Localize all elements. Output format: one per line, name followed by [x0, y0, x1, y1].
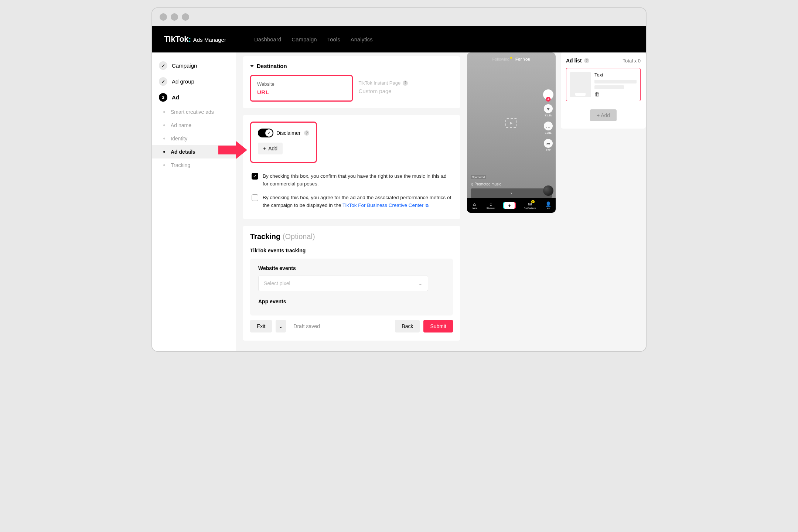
chevron-down-icon: ⌄ — [279, 323, 283, 329]
pixel-select-placeholder: Select pixel — [264, 280, 290, 286]
phone-nav-discover[interactable]: ⌕Discover — [487, 202, 495, 209]
ad-list-item[interactable]: Text 🗑 — [566, 68, 641, 101]
exit-button[interactable]: Exit — [250, 320, 272, 332]
brand-logo: TikTok: — [164, 34, 191, 44]
help-icon[interactable]: ? — [584, 58, 589, 63]
phone-nav-create[interactable]: + — [504, 202, 515, 209]
nav-dashboard[interactable]: Dashboard — [254, 36, 281, 42]
nav-campaign[interactable]: Campaign — [291, 36, 317, 42]
content: ✓ Campaign ✓ Ad group 3 Ad Smart creativ… — [152, 52, 646, 351]
destination-instant-value: Custom page — [359, 88, 447, 94]
disclaimer-toggle-row: ✓ Disclaimer ? — [258, 129, 309, 137]
sidebar-adgroup[interactable]: ✓ Ad group — [152, 74, 236, 89]
right-panel: Following For You ▶ ♥ 71.1k … 1281 — [467, 52, 646, 351]
brand-product: Ads Manager — [193, 37, 226, 43]
sidebar-sub-tracking[interactable]: Tracking — [152, 158, 236, 172]
check-icon: ✓ — [159, 77, 167, 86]
nav-tools[interactable]: Tools — [327, 36, 340, 42]
phone-avatar[interactable] — [543, 89, 553, 100]
ad-meta: Text 🗑 — [594, 72, 637, 97]
phone-top-tabs: Following For You — [467, 57, 556, 61]
pixel-select[interactable]: Select pixel ⌄ — [258, 276, 428, 291]
ad-list-total: Total x 0 — [623, 58, 641, 64]
promoted-music: ♫ Promoted music — [471, 182, 552, 186]
destination-instant-page[interactable]: TikTok Instant Page ? Custom page — [353, 75, 453, 102]
app-window: TikTok: Ads Manager Dashboard Campaign T… — [151, 7, 647, 352]
add-ad-button[interactable]: + Add — [590, 109, 617, 121]
traffic-zoom[interactable] — [182, 13, 189, 21]
website-events-label: Website events — [258, 265, 445, 271]
creative-center-check-row: By checking this box, you agree for the … — [250, 191, 453, 212]
toggle-knob-icon: ✓ — [265, 129, 273, 137]
brand: TikTok: Ads Manager — [164, 34, 226, 44]
submit-button[interactable]: Submit — [423, 320, 453, 332]
ad-list-panel: Ad list ? Total x 0 Text 🗑 + Add — [561, 52, 646, 129]
tracking-inner: Website events Select pixel ⌄ App events — [250, 259, 453, 316]
phone-comment[interactable]: … 1281 — [544, 122, 553, 134]
destination-header[interactable]: Destination — [250, 63, 453, 69]
phone-bottom-nav: ⌂Home ⌕Discover + ✉Notifications 👤Me — [467, 198, 556, 213]
phone-nav-home[interactable]: ⌂Home — [471, 202, 477, 209]
creative-center-link[interactable]: TikTok For Business Creative Center ⧉ — [342, 202, 429, 208]
sidebar-sub-smart[interactable]: Smart creative ads — [152, 105, 236, 119]
tracking-card: Tracking (Optional) TikTok events tracki… — [243, 226, 460, 341]
destination-website-label: Website — [257, 81, 346, 87]
disclaimer-add-button[interactable]: + Add — [258, 143, 283, 154]
main-column: Destination Website URL TikTok Instant P… — [236, 52, 467, 351]
ad-list-header: Ad list ? Total x 0 — [566, 58, 641, 64]
step-number-badge: 3 — [159, 93, 167, 102]
music-rights-text: By checking this box, you confirm that y… — [263, 173, 451, 188]
disclaimer-callout: ✓ Disclaimer ? + Add — [250, 122, 317, 163]
check-icon: ✓ — [159, 61, 167, 70]
phone-share-count: 232 — [546, 149, 550, 152]
phone-nav-inbox[interactable]: ✉Notifications — [524, 202, 536, 209]
phone-like-count: 71.1k — [545, 114, 552, 117]
help-icon[interactable]: ? — [403, 81, 408, 86]
destination-website[interactable]: Website URL — [250, 75, 353, 102]
phone-tab-following[interactable]: Following — [492, 57, 509, 61]
traffic-minimize[interactable] — [171, 13, 178, 21]
placeholder-bar — [594, 85, 624, 89]
ad-list-title: Ad list — [566, 58, 582, 64]
phone-like[interactable]: ♥ 71.1k — [544, 104, 553, 117]
home-icon: ⌂ — [473, 202, 476, 207]
music-rights-check-row: ✓ By checking this box, you confirm that… — [250, 170, 453, 191]
callout-arrow-icon — [218, 141, 247, 160]
destination-instant-label: TikTok Instant Page — [359, 80, 401, 86]
profile-icon: 👤 — [545, 202, 551, 207]
disclaimer-toggle[interactable]: ✓ — [258, 129, 273, 137]
play-placeholder-icon: ▶ — [505, 118, 517, 128]
sidebar-campaign-label: Campaign — [172, 62, 197, 69]
help-icon[interactable]: ? — [304, 130, 309, 136]
phone-nav-me[interactable]: 👤Me — [545, 202, 551, 209]
creative-center-text: By checking this box, you agree for the … — [263, 194, 451, 209]
destination-title: Destination — [257, 63, 287, 69]
sponsored-tag: Sponsored — [471, 175, 486, 179]
sidebar-sub-adname[interactable]: Ad name — [152, 119, 236, 132]
sidebar-campaign[interactable]: ✓ Campaign — [152, 58, 236, 74]
chevron-down-icon: ⌄ — [418, 280, 423, 286]
phone-tab-foryou[interactable]: For You — [515, 57, 531, 61]
sidebar-ad[interactable]: 3 Ad — [152, 89, 236, 105]
nav-analytics[interactable]: Analytics — [351, 36, 373, 42]
trash-icon: 🗑 — [594, 91, 600, 97]
phone-cta-bar[interactable]: › — [471, 188, 552, 198]
caret-down-icon — [250, 65, 254, 67]
destination-website-value: URL — [257, 89, 346, 95]
music-rights-checkbox[interactable]: ✓ — [252, 173, 258, 180]
back-button[interactable]: Back — [395, 320, 420, 332]
destination-options: Website URL TikTok Instant Page ? Custom… — [250, 75, 453, 102]
top-nav: TikTok: Ads Manager Dashboard Campaign T… — [152, 26, 646, 52]
phone-share[interactable]: ➦ 232 — [544, 139, 553, 152]
exit-dropdown-button[interactable]: ⌄ — [276, 320, 286, 332]
disclaimer-add-label: Add — [268, 146, 277, 151]
ad-item-title: Text — [594, 72, 637, 78]
disclaimer-label: Disclaimer — [276, 130, 300, 136]
traffic-close[interactable] — [160, 13, 167, 21]
phone-bottom-meta: Sponsored ♫ Promoted music › — [471, 175, 552, 198]
tracking-title: Tracking (Optional) — [250, 232, 453, 241]
delete-ad-button[interactable]: 🗑 — [594, 91, 637, 97]
destination-card: Destination Website URL TikTok Instant P… — [243, 56, 460, 108]
creative-center-checkbox[interactable] — [252, 194, 258, 201]
inbox-icon: ✉ — [528, 202, 532, 207]
